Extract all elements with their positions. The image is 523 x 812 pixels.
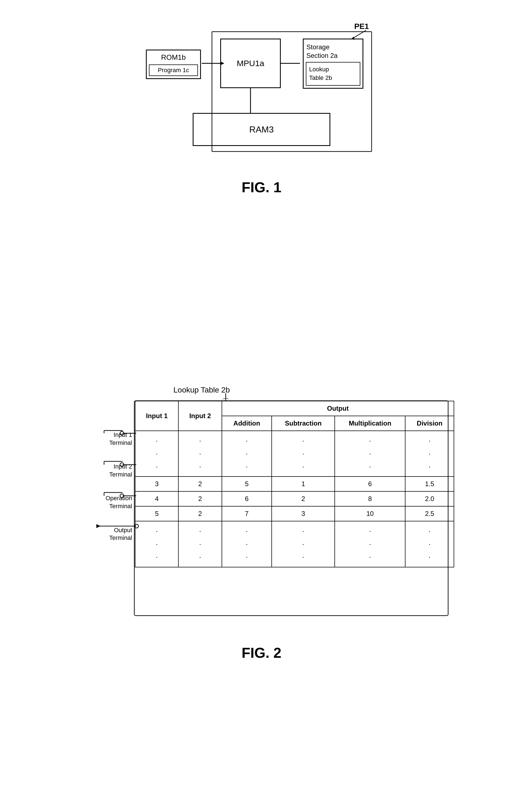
col-division: Division [405, 416, 454, 431]
col-multiplication: Multiplication [335, 416, 405, 431]
mpu-box: MPU1a [220, 39, 281, 88]
fig1-diagram: PE1 ROM1b Program 1c MPU1a StorageSectio… [138, 17, 385, 171]
cell-sub-r1: 1 [272, 477, 335, 491]
table-row-3: 5 2 7 3 10 2.5 [135, 506, 454, 521]
cell-sub-r2: 2 [272, 491, 335, 506]
ram-box: RAM3 [193, 113, 330, 146]
cell-add-dots1: ··· [222, 431, 272, 477]
rom-label: ROM1b [147, 50, 200, 65]
fig2-diagram: Lookup Table 2b ⌒ Input 1Terminal Input … [69, 386, 454, 634]
ram-label: RAM3 [249, 124, 274, 135]
cell-i2-dots1: ··· [178, 431, 221, 477]
cell-sub-dots2: ··· [272, 521, 335, 567]
cell-i2-dots2: ··· [178, 521, 221, 567]
cell-div-r1: 1.5 [405, 477, 454, 491]
program-label: Program 1c [149, 65, 198, 76]
rom-box: ROM1b Program 1c [146, 50, 201, 79]
cell-i2-r2: 2 [178, 491, 221, 506]
cell-add-r3: 7 [222, 506, 272, 521]
page: PE1 ROM1b Program 1c MPU1a StorageSectio… [0, 0, 523, 812]
cell-add-r1: 5 [222, 477, 272, 491]
cell-i1-dots1: ··· [135, 431, 178, 477]
cell-i2-r1: 2 [178, 477, 221, 491]
output-label: OutputTerminal [69, 526, 140, 542]
storage-box: StorageSection 2a LookupTable 2b [303, 39, 363, 89]
fig2-table-label: Lookup Table 2b [174, 386, 230, 394]
output-terminal: OutputTerminal [69, 526, 140, 542]
cell-i1-r1: 3 [135, 477, 178, 491]
cell-mul-dots2: ··· [335, 521, 405, 567]
table-row-1: 3 2 5 1 6 1.5 [135, 477, 454, 491]
cell-div-r3: 2.5 [405, 506, 454, 521]
input2-terminal: Input 2Terminal [69, 463, 140, 478]
fig2-caption: FIG. 2 [242, 645, 281, 661]
cell-div-dots1: ··· [405, 431, 454, 477]
table-row-dots1: ··· ··· ··· ··· ··· ··· [135, 431, 454, 477]
fig2-container: Lookup Table 2b ⌒ Input 1Terminal Input … [0, 386, 523, 661]
table-row-2: 4 2 6 2 8 2.0 [135, 491, 454, 506]
cell-mul-r1: 6 [335, 477, 405, 491]
operation-label: OperationTerminal [69, 494, 140, 510]
mpu-label: MPU1a [237, 59, 264, 68]
input1-label: Input 1Terminal [69, 431, 140, 447]
input1-terminal: Input 1Terminal [69, 431, 140, 447]
storage-label: StorageSection 2a [304, 39, 362, 62]
col-subtraction: Subtraction [272, 416, 335, 431]
cell-i2-r3: 2 [178, 506, 221, 521]
cell-div-dots2: ··· [405, 521, 454, 567]
terminals-area: Input 1Terminal Input 2Terminal Operatio… [69, 408, 140, 558]
col-input1: Input 1 [135, 401, 178, 431]
cell-add-dots2: ··· [222, 521, 272, 567]
cell-mul-dots1: ··· [335, 431, 405, 477]
cell-mul-r2: 8 [335, 491, 405, 506]
cell-sub-dots1: ··· [272, 431, 335, 477]
cell-sub-r3: 3 [272, 506, 335, 521]
cell-i1-r2: 4 [135, 491, 178, 506]
col-output: Output [222, 401, 454, 416]
col-addition: Addition [222, 416, 272, 431]
cell-add-r2: 6 [222, 491, 272, 506]
fig1-caption: FIG. 1 [242, 179, 281, 196]
lookup-table-label: LookupTable 2b [306, 62, 360, 86]
table-row-dots2: ··· ··· ··· ··· ··· ··· [135, 521, 454, 567]
lookup-table: Input 1 Input 2 Output Addition Subtract… [135, 401, 454, 567]
col-input2: Input 2 [178, 401, 221, 431]
operation-terminal: OperationTerminal [69, 494, 140, 510]
fig1-container: PE1 ROM1b Program 1c MPU1a StorageSectio… [0, 17, 523, 196]
input2-label: Input 2Terminal [69, 463, 140, 478]
cell-i1-r3: 5 [135, 506, 178, 521]
cell-mul-r3: 10 [335, 506, 405, 521]
cell-div-r2: 2.0 [405, 491, 454, 506]
cell-i1-dots2: ··· [135, 521, 178, 567]
svg-line-0 [352, 30, 366, 39]
lookup-table-wrapper: Input 1 Input 2 Output Addition Subtract… [135, 401, 454, 567]
